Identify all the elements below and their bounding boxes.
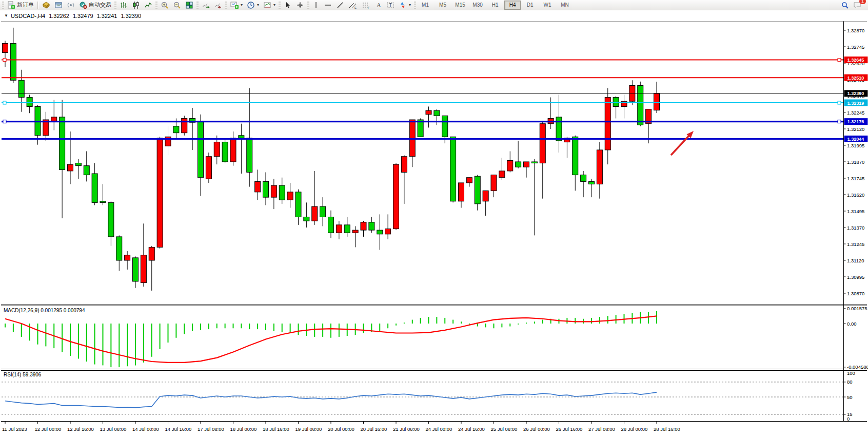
svg-text:1.32245: 1.32245: [847, 110, 864, 116]
svg-text:1.31745: 1.31745: [847, 176, 864, 181]
vertical-line-button[interactable]: [310, 0, 322, 10]
svg-text:1.31245: 1.31245: [847, 241, 864, 247]
timeframe-button-M30[interactable]: M30: [469, 1, 486, 10]
annotation-arrow[interactable]: [671, 131, 694, 155]
rsi-pane[interactable]: 8050151000RSI(14) 59.3906: [2, 370, 855, 422]
periods-dropdown-arrow[interactable]: ▾: [257, 3, 259, 7]
timeframe-button-M15[interactable]: M15: [452, 1, 468, 10]
horizontal-line-icon: [324, 1, 332, 9]
zoom-out-icon: [173, 1, 181, 9]
indicators-button[interactable]: ▾: [228, 0, 245, 10]
svg-text:1.30870: 1.30870: [847, 291, 864, 296]
timeframe-button-W1[interactable]: W1: [539, 1, 556, 10]
svg-text:E: E: [354, 6, 357, 9]
candlestick-chart-button[interactable]: [130, 0, 142, 10]
new-order-label: 新订单: [17, 1, 34, 9]
tile-windows-icon: [185, 1, 193, 9]
svg-text:12 Jul 00:00: 12 Jul 00:00: [35, 426, 62, 432]
templates-dropdown-arrow[interactable]: ▾: [273, 3, 275, 7]
quote-open: 1.32262: [49, 13, 69, 19]
equidistant-channel-button[interactable]: E: [346, 0, 360, 10]
svg-text:26 Jul 00:00: 26 Jul 00:00: [523, 426, 550, 432]
svg-text:1.32044: 1.32044: [847, 137, 864, 142]
text-icon: A: [375, 1, 382, 9]
svg-text:26 Jul 16:00: 26 Jul 16:00: [556, 426, 583, 432]
bar-chart-button[interactable]: [117, 0, 130, 10]
svg-text:12 Jul 16:00: 12 Jul 16:00: [67, 426, 94, 432]
chart-title-bar[interactable]: ▼ USDCAD-,H4 1.32262 1.32479 1.32241 1.3…: [1, 11, 842, 21]
text-label-icon: T: [386, 1, 394, 9]
zoom-out-button[interactable]: [171, 0, 183, 10]
timeframe-button-MN[interactable]: MN: [557, 1, 573, 10]
cube-icon: [42, 1, 50, 9]
radar-button[interactable]: [65, 0, 77, 10]
svg-text:A: A: [377, 2, 381, 9]
window-button[interactable]: [52, 0, 65, 10]
svg-text:-0.004588: -0.004588: [847, 364, 868, 370]
svg-text:13 Jul 08:00: 13 Jul 08:00: [100, 426, 127, 432]
new-order-button[interactable]: 新订单: [5, 0, 36, 10]
svg-text:17 Jul 08:00: 17 Jul 08:00: [198, 426, 224, 432]
svg-text:1.32120: 1.32120: [847, 126, 864, 132]
chart-shift-button[interactable]: [212, 0, 224, 10]
auto-scroll-button[interactable]: [200, 0, 212, 10]
fibonacci-icon: F: [362, 1, 371, 9]
text-button[interactable]: A: [373, 0, 384, 10]
macd-label: MACD(12,26,9) 0.001295 0.000794: [4, 308, 85, 313]
line-chart-button[interactable]: [142, 0, 154, 10]
radar-icon: [67, 1, 75, 9]
chart-canvas[interactable]: 1.328701.327451.326201.324951.323701.322…: [0, 0, 868, 436]
toolbar-grip[interactable]: [2, 2, 4, 9]
cursor-icon: [284, 1, 292, 9]
svg-text:80: 80: [847, 379, 853, 385]
timeframe-button-D1[interactable]: D1: [522, 1, 538, 10]
price-axis[interactable]: 1.328701.327451.326201.324951.323701.322…: [844, 28, 865, 296]
trendline-button[interactable]: [334, 0, 346, 10]
window-icon: [54, 1, 63, 9]
timeframe-button-M5[interactable]: M5: [435, 1, 451, 10]
svg-text:50: 50: [847, 394, 853, 400]
cursor-button[interactable]: [282, 0, 294, 10]
horizontal-lines[interactable]: 1.326451.325101.323901.323191.321761.320…: [2, 56, 868, 142]
quote-high: 1.32479: [73, 13, 93, 19]
mt4-application: 新订单 自动交易 ▾ ▾ ▾ E F A T ▾: [0, 0, 868, 436]
rsi-line: [5, 392, 657, 408]
svg-text:20 Jul 16:00: 20 Jul 16:00: [361, 426, 387, 432]
auto-trading-icon: [79, 1, 87, 9]
timeframe-button-M1[interactable]: M1: [417, 1, 433, 10]
auto-trading-button[interactable]: 自动交易: [77, 0, 113, 10]
arrows-shapes-button[interactable]: ▾: [397, 0, 413, 10]
indicators-icon: [230, 1, 239, 9]
crosshair-button[interactable]: [294, 0, 306, 10]
svg-text:24 Jul 16:00: 24 Jul 16:00: [458, 426, 485, 432]
text-label-button[interactable]: T: [384, 0, 397, 10]
tile-windows-button[interactable]: [183, 0, 195, 10]
vertical-line-icon: [312, 1, 320, 9]
pane-frames: [1, 22, 867, 422]
macd-pane[interactable]: 0.0015750.00-0.004588MACD(12,26,9) 0.001…: [4, 306, 868, 370]
cube-button[interactable]: [40, 0, 52, 10]
svg-text:1.31620: 1.31620: [847, 192, 864, 198]
templates-button[interactable]: ▾: [261, 0, 278, 10]
time-axis[interactable]: 11 Jul 202312 Jul 00:0012 Jul 16:0013 Ju…: [2, 422, 680, 432]
chart-symbol-timeframe: USDCAD-,H4: [11, 13, 45, 19]
svg-text:14 Jul 16:00: 14 Jul 16:00: [165, 426, 192, 432]
horizontal-line-button[interactable]: [322, 0, 334, 10]
arrows-dropdown-arrow[interactable]: ▾: [409, 3, 411, 7]
timeframe-button-H1[interactable]: H1: [487, 1, 503, 10]
svg-text:0.00: 0.00: [847, 321, 857, 327]
timeframe-button-H4[interactable]: H4: [504, 1, 521, 10]
indicators-dropdown-arrow[interactable]: ▾: [241, 3, 243, 7]
search-button[interactable]: [839, 0, 851, 10]
collapse-marker-icon[interactable]: ▼: [4, 13, 8, 18]
svg-text:11 Jul 2023: 11 Jul 2023: [2, 426, 27, 432]
quote-low: 1.32241: [97, 13, 117, 19]
svg-text:0: 0: [847, 416, 850, 422]
periods-clock-button[interactable]: ▾: [245, 0, 261, 10]
svg-text:1.32745: 1.32745: [847, 44, 864, 50]
svg-text:1.31870: 1.31870: [847, 159, 864, 165]
fibonacci-button[interactable]: F: [360, 0, 373, 10]
zoom-in-button[interactable]: [159, 0, 171, 10]
chat-button[interactable]: 1: [851, 0, 864, 10]
candlestick-chart-icon: [132, 1, 140, 9]
